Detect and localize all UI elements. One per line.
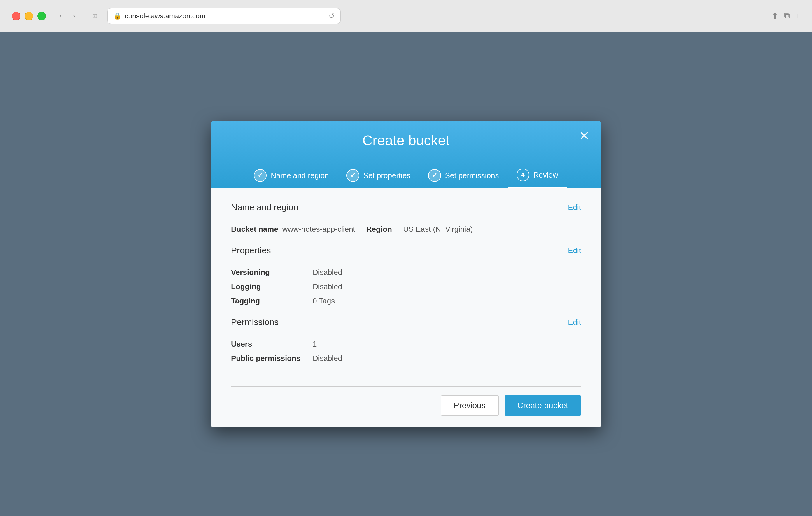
users-label: Users bbox=[231, 340, 313, 349]
properties-header: Properties Edit bbox=[231, 245, 581, 260]
step-set-permissions[interactable]: ✓ Set permissions bbox=[419, 164, 508, 187]
new-tab-button[interactable]: + bbox=[796, 11, 800, 21]
modal-title: Create bucket bbox=[362, 132, 450, 148]
step-name-and-region[interactable]: ✓ Name and region bbox=[245, 164, 338, 187]
tagging-value: 0 Tags bbox=[313, 297, 581, 305]
fullscreen-traffic-light[interactable] bbox=[37, 12, 46, 21]
region-label: Region bbox=[366, 225, 392, 234]
public-permissions-label: Public permissions bbox=[231, 354, 313, 363]
lock-icon: 🔒 bbox=[113, 12, 121, 20]
create-bucket-button[interactable]: Create bucket bbox=[504, 395, 581, 416]
name-and-region-section: Name and region Edit Bucket name www-not… bbox=[231, 202, 581, 234]
properties-title: Properties bbox=[231, 245, 271, 255]
url-text: console.aws.amazon.com bbox=[125, 12, 205, 20]
browser-actions: ⬆ ⧉ + bbox=[772, 11, 800, 21]
modal-body: Name and region Edit Bucket name www-not… bbox=[210, 188, 602, 386]
step-label-review: Review bbox=[533, 171, 558, 180]
versioning-label: Versioning bbox=[231, 268, 313, 277]
permissions-header: Permissions Edit bbox=[231, 317, 581, 332]
modal-header: Create bucket ✕ ✓ Name and region ✓ Set … bbox=[210, 121, 602, 188]
tagging-label: Tagging bbox=[231, 297, 313, 305]
minimize-traffic-light[interactable] bbox=[25, 12, 33, 21]
properties-grid: Versioning Disabled Logging Disabled Tag… bbox=[231, 268, 581, 305]
address-bar[interactable]: 🔒 console.aws.amazon.com ↺ bbox=[107, 8, 341, 24]
properties-edit-button[interactable]: Edit bbox=[568, 246, 581, 255]
step-review[interactable]: 4 Review bbox=[508, 163, 567, 188]
modal-footer: Previous Create bucket bbox=[210, 386, 602, 427]
step-icon-review: 4 bbox=[517, 169, 529, 181]
name-and-region-edit-button[interactable]: Edit bbox=[568, 203, 581, 212]
back-button[interactable]: ‹ bbox=[55, 10, 66, 22]
content-area: Create bucket ✕ ✓ Name and region ✓ Set … bbox=[0, 32, 812, 516]
permissions-edit-button[interactable]: Edit bbox=[568, 318, 581, 327]
traffic-lights bbox=[12, 12, 46, 21]
close-traffic-light[interactable] bbox=[12, 12, 21, 21]
modal-close-button[interactable]: ✕ bbox=[579, 129, 590, 142]
permissions-section: Permissions Edit Users 1 Public permissi… bbox=[231, 317, 581, 363]
step-icon-set-permissions: ✓ bbox=[428, 169, 441, 182]
footer-buttons: Previous Create bucket bbox=[231, 395, 581, 416]
step-label-name-and-region: Name and region bbox=[271, 171, 329, 180]
step-label-set-permissions: Set permissions bbox=[445, 171, 499, 180]
step-label-set-properties: Set properties bbox=[364, 171, 411, 180]
bucket-name-label: Bucket name bbox=[231, 225, 278, 234]
modal-title-row: Create bucket bbox=[228, 132, 584, 157]
properties-section: Properties Edit Versioning Disabled Logg… bbox=[231, 245, 581, 305]
forward-button[interactable]: › bbox=[68, 10, 80, 22]
versioning-value: Disabled bbox=[313, 268, 581, 277]
create-bucket-modal: Create bucket ✕ ✓ Name and region ✓ Set … bbox=[210, 121, 602, 427]
permissions-title: Permissions bbox=[231, 317, 279, 327]
reload-button[interactable]: ↺ bbox=[329, 12, 335, 20]
sidebar-button[interactable]: ⊡ bbox=[88, 10, 102, 22]
name-and-region-title: Name and region bbox=[231, 202, 298, 212]
previous-button[interactable]: Previous bbox=[441, 395, 499, 416]
bucket-name-value: www-notes-app-client bbox=[282, 225, 355, 234]
region-value: US East (N. Virginia) bbox=[403, 225, 473, 234]
users-value: 1 bbox=[313, 340, 581, 349]
step-icon-set-properties: ✓ bbox=[347, 169, 359, 182]
step-set-properties[interactable]: ✓ Set properties bbox=[338, 164, 419, 187]
step-icon-name-and-region: ✓ bbox=[254, 169, 267, 182]
name-and-region-row: Bucket name www-notes-app-client Region … bbox=[231, 225, 581, 234]
permissions-grid: Users 1 Public permissions Disabled bbox=[231, 340, 581, 363]
name-and-region-header: Name and region Edit bbox=[231, 202, 581, 217]
browser-chrome: ‹ › ⊡ 🔒 console.aws.amazon.com ↺ ⬆ ⧉ + bbox=[0, 0, 812, 32]
tab-overview-button[interactable]: ⧉ bbox=[784, 11, 790, 21]
footer-divider bbox=[231, 386, 581, 387]
nav-buttons: ‹ › bbox=[55, 10, 80, 22]
steps-bar: ✓ Name and region ✓ Set properties ✓ Set… bbox=[228, 157, 584, 188]
public-permissions-value: Disabled bbox=[313, 354, 581, 363]
share-button[interactable]: ⬆ bbox=[772, 11, 778, 21]
logging-label: Logging bbox=[231, 282, 313, 291]
logging-value: Disabled bbox=[313, 282, 581, 291]
